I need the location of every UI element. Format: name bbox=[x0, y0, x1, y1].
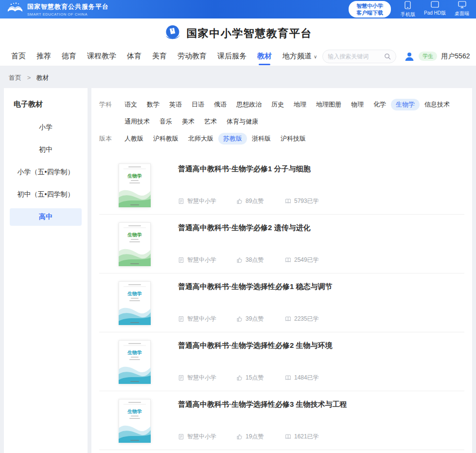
avatar[interactable] bbox=[404, 51, 415, 62]
sidebar-item[interactable]: 高中 bbox=[10, 208, 82, 226]
book-title[interactable]: 普通高中教科书·生物学必修2 遗传与进化 bbox=[178, 223, 464, 233]
search-box bbox=[322, 50, 396, 63]
filter-option[interactable]: 美术 bbox=[177, 116, 199, 127]
filter-option[interactable]: 通用技术 bbox=[120, 116, 155, 127]
book-list-item: 生物学 普通高中教科书·生物学必修2 遗传与进化 bbox=[99, 215, 464, 273]
edition-filter: 版本 人教版 沪科教版 北师大版 苏教版 浙科版 沪科技版 bbox=[99, 133, 464, 150]
book-likes: 15点赞 bbox=[246, 374, 264, 382]
book-source: 智慧中小学 bbox=[187, 374, 216, 382]
thumbs-up-icon bbox=[236, 198, 243, 204]
edition-options: 人教版 沪科教版 北师大版 苏教版 浙科版 沪科技版 bbox=[120, 133, 464, 150]
filter-option[interactable]: 地理图册 bbox=[311, 99, 346, 110]
platform-logo-icon bbox=[7, 2, 23, 17]
book-learned: 1484已学 bbox=[294, 374, 319, 382]
client-link[interactable]: Pad HD版 bbox=[424, 1, 446, 18]
book-likes: 39点赞 bbox=[246, 315, 264, 323]
site-logo-icon bbox=[164, 24, 181, 43]
search-input[interactable] bbox=[328, 53, 381, 60]
main-nav: 首页∨ 推荐∨ 德育∨ 课程教学∨ 体育∨ 美育∨ 劳动教育∨ 课后服务∨ 教材… bbox=[0, 47, 476, 66]
book-likes: 38点赞 bbox=[246, 256, 264, 264]
book-title[interactable]: 普通高中教科书·生物学选择性必修2 生物与环境 bbox=[178, 341, 464, 350]
book-cover[interactable]: 生物学 bbox=[119, 281, 151, 325]
nav-item[interactable]: 体育∨ bbox=[127, 47, 141, 66]
page-title: 国家中小学智慧教育平台 bbox=[186, 26, 312, 41]
filter-option[interactable]: 沪科技版 bbox=[276, 133, 311, 145]
svg-text:生物学: 生物学 bbox=[127, 291, 142, 296]
filter-option[interactable]: 英语 bbox=[164, 99, 187, 110]
thumbs-up-icon bbox=[236, 375, 243, 381]
filter-option[interactable]: 音乐 bbox=[155, 116, 177, 127]
filter-option[interactable]: 信息技术 bbox=[420, 99, 455, 110]
nav-item[interactable]: 美育∨ bbox=[152, 47, 167, 66]
sidebar-title: 电子教材 bbox=[14, 100, 82, 109]
book-learned: 5793已学 bbox=[294, 197, 319, 205]
nav-item[interactable]: 德育∨ bbox=[62, 47, 76, 66]
filter-option[interactable]: 日语 bbox=[187, 99, 209, 110]
book-cover[interactable]: 生物学 bbox=[119, 163, 151, 207]
phone-icon bbox=[405, 1, 411, 10]
book-title[interactable]: 普通高中教科书·生物学选择性必修3 生物技术与工程 bbox=[178, 400, 464, 409]
open-book-icon bbox=[285, 316, 291, 322]
client-link[interactable]: 手机版 bbox=[401, 1, 415, 18]
source-icon bbox=[178, 316, 184, 322]
nav-item[interactable]: 劳动教育∨ bbox=[177, 47, 207, 66]
filter-option[interactable]: 艺术 bbox=[199, 116, 222, 127]
content: 电子教材 小学 初中 小学（五•四学制） 初中（五•四学制） 高中 学科 语文 bbox=[0, 88, 476, 453]
subject-options: 语文 数学 英语 日语 俄语 思想政治 历史 地理 地理图册 bbox=[120, 99, 464, 133]
filter-option[interactable]: 人教版 bbox=[120, 133, 148, 145]
search-icon[interactable] bbox=[384, 53, 391, 60]
nav-item[interactable]: 推荐∨ bbox=[36, 47, 51, 66]
filter-option[interactable]: 思想政治 bbox=[231, 99, 266, 110]
platform-name: 国家智慧教育公共服务平台 bbox=[27, 2, 109, 11]
svg-text:生物学: 生物学 bbox=[127, 409, 142, 414]
filter-option[interactable]: 生物学 bbox=[391, 99, 420, 110]
svg-text:生物学: 生物学 bbox=[127, 350, 142, 355]
nav-item[interactable]: 教材∨ bbox=[257, 47, 272, 66]
filter-option[interactable]: 化学 bbox=[369, 99, 391, 110]
nav-item[interactable]: 课程教学∨ bbox=[87, 47, 116, 66]
filter-option[interactable]: 地理 bbox=[289, 99, 311, 110]
svg-text:生物学: 生物学 bbox=[127, 232, 142, 237]
client-link[interactable]: 桌面端 bbox=[455, 1, 469, 18]
book-cover[interactable]: 生物学 bbox=[119, 222, 151, 266]
nav-item[interactable]: 首页∨ bbox=[11, 47, 26, 66]
platform-subtitle: SMART EDUCATION OF CHINA bbox=[27, 12, 109, 17]
filter-option[interactable]: 浙科版 bbox=[247, 133, 276, 145]
filter-option[interactable]: 北师大版 bbox=[183, 133, 218, 145]
desktop-icon bbox=[458, 1, 466, 9]
sidebar-item[interactable]: 小学 bbox=[10, 119, 82, 136]
breadcrumb-home[interactable]: 首页 bbox=[9, 74, 21, 81]
filter-option[interactable]: 语文 bbox=[120, 99, 142, 110]
sidebar-item[interactable]: 小学（五•四学制） bbox=[10, 163, 82, 181]
book-cover[interactable]: 生物学 bbox=[119, 399, 151, 443]
book-cover[interactable]: 生物学 bbox=[119, 340, 151, 384]
book-likes: 19点赞 bbox=[246, 433, 264, 441]
filter-option[interactable]: 体育与健康 bbox=[222, 116, 263, 127]
thumbs-up-icon bbox=[236, 257, 243, 263]
book-title[interactable]: 普通高中教科书·生物学必修1 分子与细胞 bbox=[178, 164, 464, 174]
username[interactable]: 用户5562 bbox=[441, 52, 470, 61]
book-cover-art: 生物学 bbox=[119, 340, 151, 384]
breadcrumb-current: 教材 bbox=[36, 74, 49, 81]
filter-option[interactable]: 数学 bbox=[142, 99, 164, 110]
nav-item[interactable]: 地方频道∨ bbox=[282, 47, 317, 66]
filter-option[interactable]: 俄语 bbox=[209, 99, 231, 110]
book-list-item: 生物学 普通高中教科书·生物学选择性必修2 生物与环境 bbox=[99, 332, 464, 391]
sidebar-item[interactable]: 初中 bbox=[10, 141, 82, 159]
filter-label-edition: 版本 bbox=[99, 133, 117, 150]
book-title[interactable]: 普通高中教科书·生物学选择性必修1 稳态与调节 bbox=[178, 282, 464, 291]
filter-option[interactable]: 苏教版 bbox=[218, 133, 247, 145]
sidebar-item[interactable]: 初中（五•四学制） bbox=[10, 186, 82, 203]
book-source: 智慧中小学 bbox=[187, 315, 216, 323]
filter-option[interactable]: 物理 bbox=[346, 99, 369, 110]
book-cover-art: 生物学 bbox=[119, 281, 151, 325]
book-learned: 1621已学 bbox=[294, 433, 319, 441]
book-learned: 2235已学 bbox=[294, 315, 319, 323]
filter-option[interactable]: 历史 bbox=[266, 99, 289, 110]
filter-option[interactable]: 沪科教版 bbox=[148, 133, 183, 145]
sidebar: 电子教材 小学 初中 小学（五•四学制） 初中（五•四学制） 高中 bbox=[4, 88, 88, 453]
client-download-button[interactable]: 智慧中小学 客户端下载 bbox=[349, 1, 391, 18]
book-cover-art: 生物学 bbox=[119, 399, 151, 443]
nav-item[interactable]: 课后服务∨ bbox=[217, 47, 247, 66]
breadcrumb: 首页 > 教材 bbox=[0, 66, 476, 88]
